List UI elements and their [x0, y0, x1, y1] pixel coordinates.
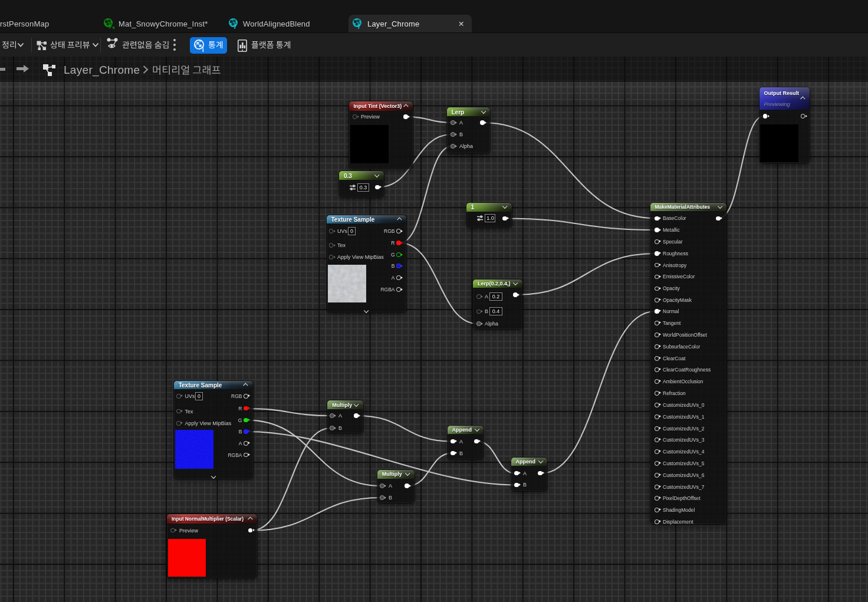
svg-text:i: i	[202, 47, 204, 53]
svg-text:✓x: ✓x	[108, 25, 115, 30]
